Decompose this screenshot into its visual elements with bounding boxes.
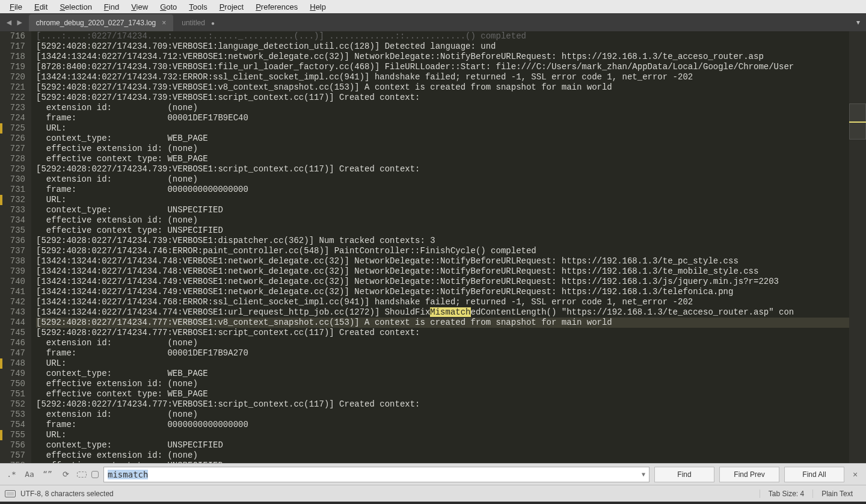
tab-overflow-icon[interactable]: ▾ xyxy=(850,18,866,26)
line-number[interactable]: 722 xyxy=(0,93,31,103)
line-number[interactable]: 719 xyxy=(0,62,31,72)
code-line[interactable]: [5292:4028:0227/174234.709:VERBOSE1:lang… xyxy=(36,41,849,52)
code-line[interactable]: [13424:13244:0227/174234.768:ERROR:ssl_c… xyxy=(36,297,849,307)
line-number[interactable]: 729 xyxy=(0,164,31,174)
menu-selection[interactable]: Selection xyxy=(54,1,97,13)
code-line[interactable]: effective extension id: (none) xyxy=(36,379,849,389)
line-number[interactable]: 741 xyxy=(0,287,31,297)
line-number[interactable]: 752 xyxy=(0,399,31,410)
code-line[interactable]: URL: xyxy=(36,123,849,134)
status-syntax[interactable]: Plain Text xyxy=(812,490,861,498)
code-line[interactable]: frame: 0000000000000000 xyxy=(36,420,849,430)
line-number[interactable]: 716 xyxy=(0,31,31,41)
line-number[interactable]: 724 xyxy=(0,113,31,123)
code-line[interactable]: context_type: UNSPECIFIED xyxy=(36,205,849,215)
code-line[interactable]: [5292:4028:0227/174234.777:VERBOSE1:scri… xyxy=(36,328,849,338)
tab[interactable]: untitled● xyxy=(174,14,222,31)
menu-preferences[interactable]: Preferences xyxy=(250,1,304,13)
code-line[interactable]: extension id: (none) xyxy=(36,410,849,420)
status-panel-icon[interactable] xyxy=(5,490,16,497)
code-line[interactable]: effective context type: WEB_PAGE xyxy=(36,154,849,164)
tab[interactable]: chrome_debug_2020_0227_1743.log× xyxy=(29,14,174,31)
menu-goto[interactable]: Goto xyxy=(154,1,183,13)
code-line[interactable]: extension id: (none) xyxy=(36,338,849,348)
line-number[interactable]: 738 xyxy=(0,256,31,266)
line-number[interactable]: 732 xyxy=(0,195,31,205)
line-number[interactable]: 749 xyxy=(0,369,31,379)
find-in-selection-toggle[interactable] xyxy=(77,472,87,478)
find-button[interactable]: Find xyxy=(654,467,714,482)
code-line[interactable]: URL: xyxy=(36,195,849,205)
menu-help[interactable]: Help xyxy=(304,1,332,13)
line-number[interactable]: 755 xyxy=(0,430,31,440)
line-number[interactable]: 734 xyxy=(0,215,31,226)
line-number[interactable]: 736 xyxy=(0,236,31,246)
line-number[interactable]: 743 xyxy=(0,307,31,318)
code-line[interactable]: [13424:13244:0227/174234.748:VERBOSE1:ne… xyxy=(36,256,849,266)
code-line[interactable]: frame: 0000000000000000 xyxy=(36,185,849,195)
line-number[interactable]: 718 xyxy=(0,52,31,62)
line-number[interactable]: 731 xyxy=(0,185,31,195)
line-number[interactable]: 730 xyxy=(0,174,31,185)
line-number[interactable]: 744 xyxy=(0,318,31,328)
code-line[interactable]: effective context type: WEB_PAGE xyxy=(36,389,849,399)
code-line[interactable]: [....:....:0227/174234....:.......:.....… xyxy=(36,31,849,41)
code-line[interactable]: [8728:8400:0227/174234.730:VERBOSE1:file… xyxy=(36,62,849,72)
find-wholeword-toggle[interactable]: “” xyxy=(41,468,54,481)
line-number[interactable]: 751 xyxy=(0,389,31,399)
find-wrap-toggle[interactable]: ⟳ xyxy=(59,468,72,481)
line-number[interactable]: 720 xyxy=(0,72,31,82)
code-line[interactable]: [5292:4028:0227/174234.777:VERBOSE1:scri… xyxy=(36,399,849,410)
line-number[interactable]: 737 xyxy=(0,246,31,256)
line-number[interactable]: 756 xyxy=(0,440,31,450)
code-line[interactable]: extension id: (none) xyxy=(36,103,849,113)
code-line[interactable]: frame: 00001DEF17B9EC40 xyxy=(36,113,849,123)
line-number[interactable]: 728 xyxy=(0,154,31,164)
code-line[interactable]: effective extension id: (none) xyxy=(36,215,849,226)
menu-project[interactable]: Project xyxy=(213,1,250,13)
line-number[interactable]: 747 xyxy=(0,348,31,358)
code-line[interactable]: context_type: WEB_PAGE xyxy=(36,134,849,144)
line-number[interactable]: 739 xyxy=(0,266,31,277)
code-line[interactable]: [13424:13244:0227/174234.749:VERBOSE1:ne… xyxy=(36,287,849,297)
code-line[interactable]: effective context type: UNSPECIFIED xyxy=(36,226,849,236)
find-regex-toggle[interactable]: .* xyxy=(5,468,18,481)
line-number[interactable]: 717 xyxy=(0,41,31,52)
code-line[interactable]: [13424:13244:0227/174234.732:ERROR:ssl_c… xyxy=(36,72,849,82)
code-line[interactable]: context_type: UNSPECIFIED xyxy=(36,440,849,450)
code-line[interactable]: extension id: (none) xyxy=(36,174,849,185)
find-input[interactable]: mismatch ▼ xyxy=(103,467,650,482)
line-number[interactable]: 750 xyxy=(0,379,31,389)
code-line[interactable]: URL: xyxy=(36,430,849,440)
code-line[interactable]: effective extension id: (none) xyxy=(36,450,849,461)
menu-find[interactable]: Find xyxy=(98,1,125,13)
line-number[interactable]: 740 xyxy=(0,277,31,287)
nav-back-icon[interactable]: ◄ xyxy=(5,17,13,27)
code-line[interactable]: [5292:4028:0227/174234.739:VERBOSE1:scri… xyxy=(36,164,849,174)
code-line[interactable]: [5292:4028:0227/174234.746:ERROR:paint_c… xyxy=(36,246,849,256)
find-all-button[interactable]: Find All xyxy=(784,467,844,482)
line-number[interactable]: 758 xyxy=(0,461,31,463)
find-case-toggle[interactable]: Aa xyxy=(23,468,36,481)
line-number[interactable]: 754 xyxy=(0,420,31,430)
line-number[interactable]: 733 xyxy=(0,205,31,215)
code-line[interactable]: [5292:4028:0227/174234.739:VERBOSE1:disp… xyxy=(36,236,849,246)
minimap[interactable] xyxy=(849,31,866,463)
line-number[interactable]: 727 xyxy=(0,144,31,154)
line-number[interactable]: 753 xyxy=(0,410,31,420)
line-number[interactable]: 742 xyxy=(0,297,31,307)
menu-tools[interactable]: Tools xyxy=(183,1,213,13)
code-line[interactable]: effective extension id: (none) xyxy=(36,144,849,154)
code-line[interactable]: [5292:4028:0227/174234.739:VERBOSE1:v8_c… xyxy=(36,82,849,93)
line-number[interactable]: 748 xyxy=(0,358,31,369)
line-number[interactable]: 723 xyxy=(0,103,31,113)
code-area[interactable]: [....:....:0227/174234....:.......:.....… xyxy=(31,31,849,463)
code-line[interactable]: context_type: WEB_PAGE xyxy=(36,369,849,379)
code-line[interactable]: effective context type: UNSPECIFIED xyxy=(36,461,849,463)
line-number[interactable]: 745 xyxy=(0,328,31,338)
code-line[interactable]: frame: 00001DEF17B9A270 xyxy=(36,348,849,358)
menu-view[interactable]: View xyxy=(125,1,154,13)
code-line[interactable]: [5292:4028:0227/174234.739:VERBOSE1:scri… xyxy=(36,93,849,103)
code-line[interactable]: URL: xyxy=(36,358,849,369)
line-number[interactable]: 757 xyxy=(0,450,31,461)
